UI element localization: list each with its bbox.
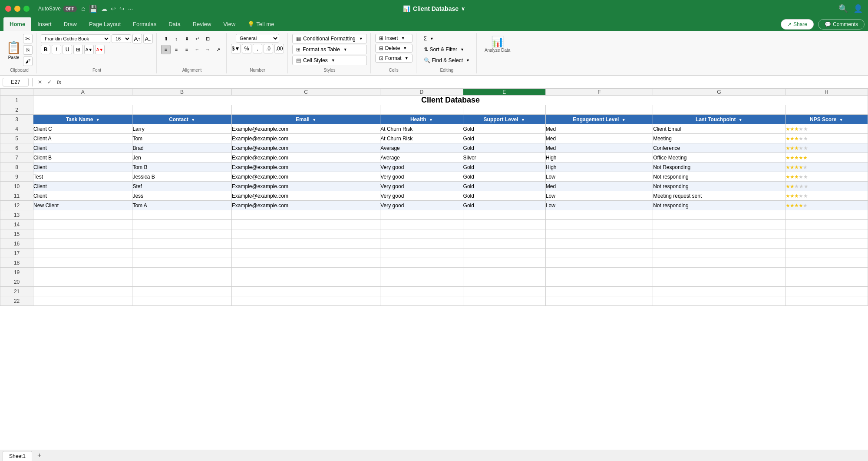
format-cells-button[interactable]: ⊡ Format ▼ (375, 54, 413, 63)
percent-button[interactable]: % (242, 44, 251, 53)
increase-font-button[interactable]: A↑ (132, 34, 142, 43)
header-cell-task-name[interactable]: Task Name ▼ (33, 115, 132, 124)
cell-C11[interactable]: Example@example.com (231, 191, 380, 201)
engagement-dropdown[interactable]: ▼ (622, 118, 626, 122)
cell-E4[interactable]: Gold (463, 124, 545, 134)
more-icon[interactable]: ··· (128, 5, 133, 12)
col-header-A[interactable]: A (33, 89, 132, 96)
cell-C4[interactable]: Example@example.com (231, 124, 380, 134)
cell-A12[interactable]: New Client (33, 201, 132, 210)
cell-D7[interactable]: Average (380, 153, 463, 163)
format-as-table-button[interactable]: ⊞ Format as Table ▼ (292, 45, 367, 54)
cell-E12[interactable]: Gold (463, 201, 545, 210)
health-dropdown[interactable]: ▼ (429, 118, 433, 122)
tab-tell-me[interactable]: 💡Tell me (241, 17, 280, 31)
task-name-dropdown[interactable]: ▼ (96, 118, 100, 122)
copy-button[interactable]: ⎘ (23, 45, 33, 55)
cell-B4[interactable]: Larry (132, 124, 231, 134)
borders-button[interactable]: ⊞ (73, 45, 83, 54)
header-cell-engagement[interactable]: Engagement Level ▼ (545, 115, 653, 124)
autosave-toggle[interactable]: OFF (63, 6, 77, 12)
tab-review[interactable]: Review (187, 17, 218, 31)
cell-D6[interactable]: Average (380, 143, 463, 153)
undo-icon[interactable]: ↩ (111, 5, 116, 12)
tab-view[interactable]: View (217, 17, 241, 31)
cell-G4[interactable]: Client Email (653, 124, 785, 134)
cell-F9[interactable]: Low (545, 172, 653, 182)
header-cell-nps[interactable]: NPS Score ▼ (785, 115, 868, 124)
row-header-13[interactable]: 13 (0, 210, 33, 220)
row-header-4[interactable]: 4 (0, 124, 33, 134)
comments-button[interactable]: 💬Comments (818, 19, 865, 30)
cell-E5[interactable]: Gold (463, 134, 545, 143)
cell-A5[interactable]: Client A (33, 134, 132, 143)
cell-D4[interactable]: At Churn Risk (380, 124, 463, 134)
row-header-11[interactable]: 11 (0, 191, 33, 201)
cell-B6[interactable]: Brad (132, 143, 231, 153)
comma-button[interactable]: , (253, 44, 262, 53)
currency-button[interactable]: $▼ (231, 44, 241, 53)
cell-E9[interactable]: Gold (463, 172, 545, 182)
cell-F8[interactable]: High (545, 163, 653, 172)
touchpoint-dropdown[interactable]: ▼ (739, 118, 743, 122)
cell-B5[interactable]: Tom (132, 134, 231, 143)
cell-B12[interactable]: Tom A (132, 201, 231, 210)
decrease-indent-button[interactable]: ← (192, 45, 202, 54)
number-format-select[interactable]: General (236, 34, 279, 43)
analyze-data-button[interactable]: 📊 Analyze Data (481, 34, 514, 54)
cell-F12[interactable]: Low (545, 201, 653, 210)
cell-H8[interactable]: ★★★★★ (785, 163, 868, 172)
cut-button[interactable]: ✂ (23, 34, 33, 43)
cell-E10[interactable]: Gold (463, 182, 545, 191)
home-icon[interactable]: ⌂ (81, 5, 86, 13)
cell-F11[interactable]: Low (545, 191, 653, 201)
align-right-button[interactable]: ≡ (182, 45, 191, 54)
col-header-C[interactable]: C (231, 89, 380, 96)
row-header-22[interactable]: 22 (0, 296, 33, 306)
cell-A7[interactable]: Client B (33, 153, 132, 163)
cell-C9[interactable]: Example@example.com (231, 172, 380, 182)
cell-D8[interactable]: Very good (380, 163, 463, 172)
row-header-9[interactable]: 9 (0, 172, 33, 182)
col-header-E[interactable]: E (463, 89, 545, 96)
cell-H9[interactable]: ★★★★★ (785, 172, 868, 182)
font-color-button[interactable]: A▼ (95, 45, 105, 54)
close-button[interactable] (5, 6, 11, 12)
cell-G10[interactable]: Not responding (653, 182, 785, 191)
find-select-button[interactable]: 🔍 Find & Select ▼ (421, 56, 473, 65)
cell-A6[interactable]: Client (33, 143, 132, 153)
align-bottom-button[interactable]: ⬇ (182, 34, 191, 43)
cell-C8[interactable]: Example@example.com (231, 163, 380, 172)
sheet-tab-1[interactable]: Sheet1 (3, 451, 32, 461)
align-middle-button[interactable]: ↕ (172, 34, 181, 43)
cell-B11[interactable]: Jess (132, 191, 231, 201)
cell-A8[interactable]: Client (33, 163, 132, 172)
decrease-decimal-button[interactable]: .0 (264, 44, 273, 53)
cell-D9[interactable]: Very good (380, 172, 463, 182)
header-cell-contact[interactable]: Contact ▼ (132, 115, 231, 124)
cell-B7[interactable]: Jen (132, 153, 231, 163)
search-icon[interactable]: 🔍 (838, 4, 848, 13)
cell-A1[interactable]: Client Database (33, 96, 868, 105)
save-icon[interactable]: 💾 (89, 5, 98, 13)
cell-G2[interactable] (653, 105, 785, 115)
align-left-button[interactable]: ≡ (161, 45, 171, 54)
cell-C5[interactable]: Example@example.com (231, 134, 380, 143)
cell-F7[interactable]: High (545, 153, 653, 163)
share-button[interactable]: ↗Share (781, 19, 814, 30)
cell-H2[interactable] (785, 105, 868, 115)
profile-icon[interactable]: 👤 (853, 4, 863, 13)
row-header-21[interactable]: 21 (0, 287, 33, 296)
formula-input[interactable] (65, 78, 865, 86)
cell-H10[interactable]: ★★★★★ (785, 182, 868, 191)
cell-F5[interactable]: Med (545, 134, 653, 143)
cell-styles-button[interactable]: ▤ Cell Styles ▼ (292, 56, 367, 65)
cell-A4[interactable]: Client C (33, 124, 132, 134)
cell-H7[interactable]: ★★★★★ (785, 153, 868, 163)
cell-G9[interactable]: Not responding (653, 172, 785, 182)
sort-filter-button[interactable]: ⇅ Sort & Filter ▼ (421, 45, 467, 54)
align-center-button[interactable]: ≡ (172, 45, 181, 54)
increase-indent-button[interactable]: → (203, 45, 212, 54)
tab-data[interactable]: Data (162, 17, 186, 31)
cell-A9[interactable]: Test (33, 172, 132, 182)
